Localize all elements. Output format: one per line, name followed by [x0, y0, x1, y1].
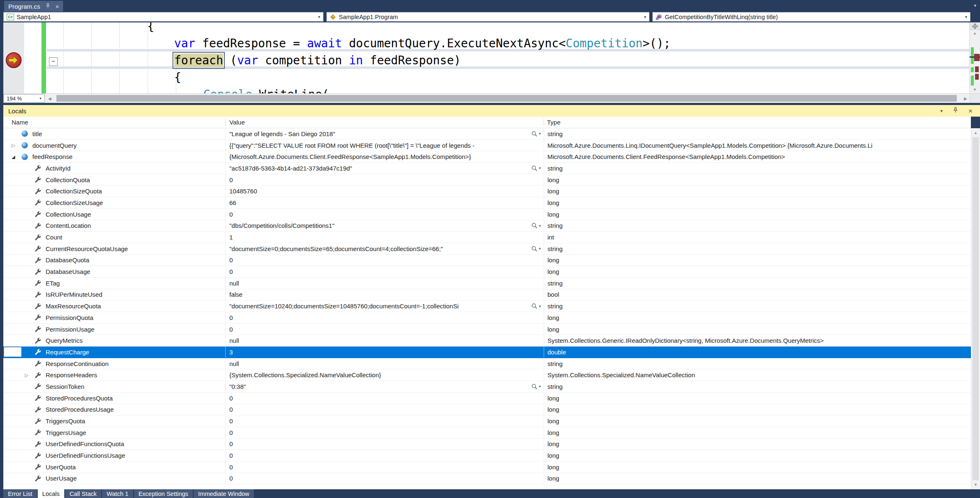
close-icon[interactable]: × [56, 3, 59, 10]
expander-collapsed-icon[interactable]: ▷ [12, 143, 15, 148]
document-tab-program-cs[interactable]: Program.cs × [4, 1, 63, 12]
locals-row[interactable]: UserDefinedFunctionsUsage0long [3, 450, 971, 461]
scroll-down-icon[interactable]: ▼ [970, 86, 980, 93]
variable-type: string [544, 381, 971, 392]
variable-sphere [22, 131, 28, 137]
locals-row[interactable]: ETagnullstring [3, 278, 971, 289]
locals-row[interactable]: UserQuota0long [3, 461, 971, 473]
pin-icon[interactable] [45, 3, 51, 10]
tab-immediate-window[interactable]: Immediate Window [194, 489, 254, 498]
current-statement-breakpoint-icon[interactable] [6, 52, 22, 68]
locals-row[interactable]: TriggersUsage0long [3, 427, 971, 439]
locals-row[interactable]: CollectionUsage0long [3, 209, 971, 220]
variable-value: 66 [229, 199, 544, 206]
code-line[interactable]: { [147, 22, 154, 35]
locals-window-titlebar[interactable]: Locals ▾ × [3, 105, 980, 117]
locals-name-cell: SessionToken [3, 381, 226, 392]
locals-row[interactable]: ▷ResponseHeaders{System.Collections.Spec… [3, 369, 971, 381]
locals-row[interactable]: ◢feedResponse{Microsoft.Azure.Documents.… [3, 151, 971, 163]
chevron-down-icon: ▾ [539, 304, 541, 308]
locals-row[interactable]: CollectionSizeUsage66long [3, 197, 971, 209]
editor-vertical-scrollbar[interactable]: ▲ ▼ [969, 22, 980, 93]
locals-row[interactable]: StoredProceduresUsage0long [3, 404, 971, 416]
current-statement-line[interactable]: foreach (var competition in feedResponse… [174, 52, 461, 69]
locals-row[interactable]: CurrentResourceQuotaUsage"documentSize=0… [3, 243, 971, 255]
scroll-up-icon[interactable]: ▲ [970, 29, 980, 37]
locals-row[interactable]: RequestCharge3double [3, 347, 971, 358]
scroll-down-icon[interactable]: ▼ [971, 481, 980, 488]
locals-row[interactable]: UserDefinedFunctionsQuota0long [3, 439, 971, 450]
variable-name: ETag [46, 278, 60, 289]
locals-row[interactable]: UserUsage0long [3, 473, 971, 485]
tab-exception-settings[interactable]: Exception Settings [134, 489, 193, 498]
property-wrench-icon [35, 383, 41, 390]
locals-row[interactable]: IsRUPerMinuteUsedfalsebool [3, 289, 971, 301]
magnifier-icon[interactable]: ▾ [530, 383, 544, 390]
scroll-left-icon[interactable]: ◀ [48, 94, 51, 103]
code-surface[interactable]: − {var feedResponse = await documentQuer… [24, 22, 970, 93]
locals-row[interactable]: ▷documentQuery{{"query":"SELECT VALUE ro… [3, 140, 971, 151]
locals-row[interactable]: MaxResourceQuota"documentSize=10240;docu… [3, 300, 971, 312]
locals-name-cell: CurrentResourceQuotaUsage [3, 243, 226, 254]
visual-studio-window: Program.cs × ▾ C# SampleApp1 ▾ SampleApp… [0, 0, 980, 498]
close-icon[interactable]: × [968, 107, 973, 115]
tab-watch-1[interactable]: Watch 1 [102, 489, 133, 498]
magnifier-icon[interactable]: ▾ [530, 222, 544, 229]
locals-row[interactable]: QueryMetricsnullSystem.Collections.Gener… [3, 335, 971, 347]
tab-call-stack[interactable]: Call Stack [65, 489, 101, 498]
variable-type: string [544, 128, 971, 139]
horizontal-scrollbar-thumb[interactable] [56, 95, 957, 102]
variable-icon [22, 142, 28, 149]
code-editor[interactable]: − {var feedResponse = await documentQuer… [3, 22, 980, 93]
locals-row[interactable]: title"League of legends - San Diego 2018… [3, 128, 971, 140]
expander-collapsed-icon[interactable]: ▷ [25, 372, 28, 378]
editor-zoom-select[interactable]: 194 % ▾ [3, 94, 45, 103]
document-well-dropdown-icon[interactable]: ▾ [974, 3, 976, 8]
magnifier-icon[interactable]: ▾ [530, 246, 544, 252]
locals-vertical-scrollbar[interactable]: ▲ ▼ [971, 128, 980, 489]
locals-row[interactable]: ResponseContinuationnullstring [3, 358, 971, 370]
column-divider[interactable] [225, 119, 226, 126]
locals-value-cell: "0:38"▾ [226, 381, 544, 392]
locals-row[interactable]: CollectionQuota0long [3, 174, 971, 186]
scroll-up-icon[interactable]: ▲ [971, 129, 980, 137]
type-dropdown[interactable]: SampleApp1.Program ▾ [326, 12, 649, 22]
member-dropdown[interactable]: GetCompetitionByTitleWithLinq(string tit… [652, 12, 970, 22]
locals-row[interactable]: SessionToken"0:38"▾string [3, 381, 971, 393]
locals-column-headers[interactable]: Name Value Type [3, 117, 971, 128]
window-options-dropdown-icon[interactable]: ▾ [941, 108, 943, 114]
locals-row[interactable]: StoredProceduresQuota0long [3, 393, 971, 404]
splitter-handle-icon[interactable] [970, 22, 980, 30]
column-header-type[interactable]: Type [547, 117, 561, 128]
locals-row[interactable]: PermissionQuota0long [3, 312, 971, 324]
editor-horizontal-scrollbar[interactable]: 194 % ▾ ◀ ▶ [3, 93, 980, 103]
code-line[interactable]: { [174, 69, 181, 86]
vertical-scrollbar-thumb[interactable] [973, 137, 979, 480]
code-line[interactable]: Console.WriteLine( [203, 86, 329, 93]
column-header-value[interactable]: Value [229, 117, 245, 128]
expander-expanded-icon[interactable]: ◢ [12, 154, 15, 159]
variable-type: long [544, 404, 971, 415]
locals-row[interactable]: Count1int [3, 232, 971, 243]
locals-row[interactable]: PermissionUsage0long [3, 324, 971, 335]
locals-row[interactable]: DatabaseQuota0long [3, 255, 971, 266]
scroll-right-icon[interactable]: ▶ [964, 94, 967, 103]
locals-row[interactable]: ContentLocation"dbs/Competition/colls/Co… [3, 220, 971, 232]
magnifier-icon[interactable]: ▾ [530, 131, 544, 137]
magnifier-icon[interactable]: ▾ [530, 303, 544, 309]
locals-row[interactable]: TriggersQuota0long [3, 415, 971, 427]
column-divider[interactable] [544, 119, 544, 126]
locals-row[interactable]: ActivityId"ac5187d6-5363-4b14-ad21-373da… [3, 163, 971, 174]
breakpoint-gutter[interactable] [3, 22, 24, 93]
pin-icon[interactable] [953, 107, 958, 115]
project-dropdown[interactable]: C# SampleApp1 ▾ [3, 12, 323, 22]
locals-row[interactable]: CollectionSizeQuota10485760long [3, 186, 971, 197]
code-line[interactable]: var feedResponse = await documentQuery.E… [174, 35, 671, 52]
column-header-name[interactable]: Name [12, 117, 28, 128]
variable-type: string [544, 300, 971, 312]
tab-locals[interactable]: Locals [38, 489, 64, 498]
tab-error-list[interactable]: Error List [3, 489, 37, 498]
locals-row[interactable]: DatabaseUsage0long [3, 266, 971, 278]
magnifier-icon[interactable]: ▾ [530, 165, 544, 171]
variable-type: long [544, 415, 971, 427]
